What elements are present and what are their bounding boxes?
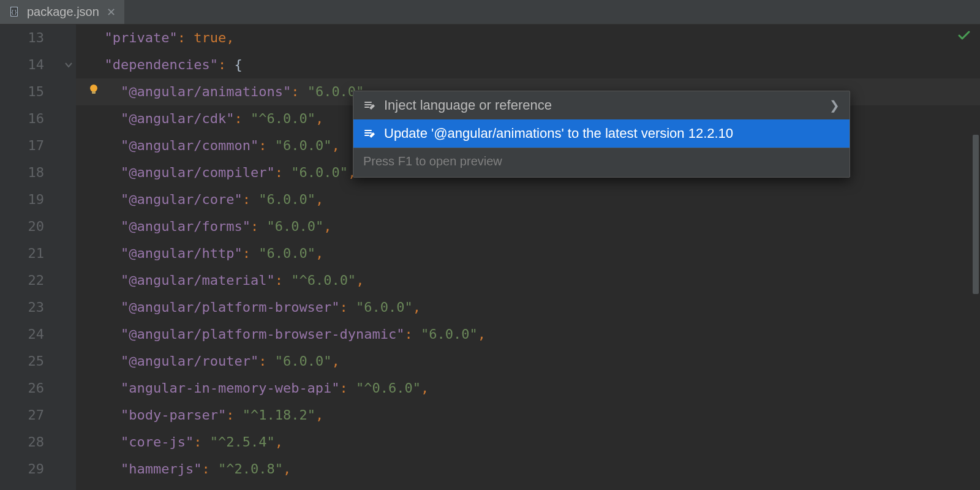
intention-item-label: Inject language or reference [384, 97, 552, 113]
code-line[interactable]: "hammerjs": "^2.0.8", [76, 456, 980, 483]
line-number: 14 [0, 51, 44, 78]
line-number: 15 [0, 78, 44, 105]
line-number: 21 [0, 240, 44, 267]
line-number: 27 [0, 402, 44, 429]
line-number: 20 [0, 213, 44, 240]
code-line[interactable]: "@angular/router": "6.0.0", [76, 348, 980, 375]
line-number: 29 [0, 456, 44, 483]
line-number: 23 [0, 294, 44, 321]
fold-strip [61, 24, 76, 490]
line-number: 24 [0, 321, 44, 348]
line-number: 25 [0, 348, 44, 375]
code-line[interactable]: "@angular/platform-browser-dynamic": "6.… [76, 321, 980, 348]
svg-text:{}: {} [11, 9, 18, 15]
json-file-icon: {} [9, 6, 21, 18]
line-number: 28 [0, 429, 44, 456]
code-line[interactable]: "body-parser": "^1.18.2", [76, 402, 980, 429]
line-number: 19 [0, 186, 44, 213]
line-number: 26 [0, 375, 44, 402]
line-number: 17 [0, 132, 44, 159]
intention-actions-popup: Inject language or reference ❯ Update '@… [353, 91, 850, 178]
edit-icon [363, 127, 375, 140]
code-line[interactable]: "@angular/core": "6.0.0", [76, 186, 980, 213]
code-line[interactable]: "dependencies": { [76, 51, 980, 78]
code-line[interactable]: "@angular/http": "6.0.0", [76, 240, 980, 267]
line-number: 18 [0, 159, 44, 186]
fold-toggle-icon[interactable] [61, 51, 76, 78]
intention-item-label: Update '@angular/animations' to the late… [384, 126, 733, 141]
line-number: 16 [0, 105, 44, 132]
intention-item-inject[interactable]: Inject language or reference ❯ [353, 91, 850, 119]
line-number: 13 [0, 24, 44, 51]
tab-bar: {} package.json ✕ [0, 0, 980, 24]
code-line[interactable]: "angular-in-memory-web-api": "^0.6.0", [76, 375, 980, 402]
close-tab-icon[interactable]: ✕ [105, 6, 117, 19]
edit-icon [363, 99, 375, 111]
code-area[interactable]: Inject language or reference ❯ Update '@… [76, 24, 980, 490]
editor: 1314151617181920212223242526272829 Injec… [0, 24, 980, 490]
code-line[interactable]: "@angular/forms": "6.0.0", [76, 213, 980, 240]
intention-item-update[interactable]: Update '@angular/animations' to the late… [353, 119, 850, 148]
code-line[interactable]: "@angular/material": "^6.0.0", [76, 267, 980, 294]
chevron-right-icon: ❯ [829, 98, 840, 113]
intention-bulb-icon[interactable] [87, 78, 100, 105]
editor-tab[interactable]: {} package.json ✕ [0, 0, 124, 24]
code-line[interactable]: "core-js": "^2.5.4", [76, 429, 980, 456]
svg-rect-4 [92, 91, 96, 94]
tab-filename: package.json [27, 5, 99, 19]
code-line[interactable]: "@angular/platform-browser": "6.0.0", [76, 294, 980, 321]
code-line[interactable]: "private": true, [76, 24, 980, 51]
intention-footer: Press F1 to open preview [353, 148, 850, 177]
line-number: 22 [0, 267, 44, 294]
svg-point-3 [90, 85, 97, 92]
line-number-gutter: 1314151617181920212223242526272829 [0, 24, 61, 490]
